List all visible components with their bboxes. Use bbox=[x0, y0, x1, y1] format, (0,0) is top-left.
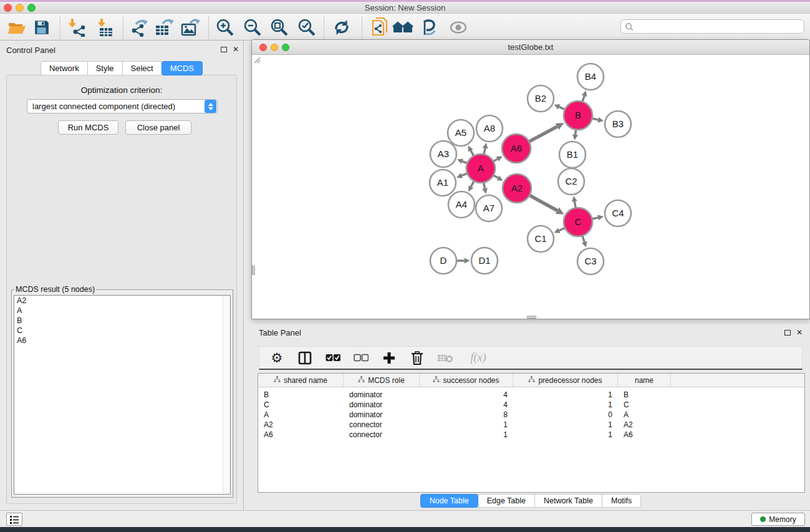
clone-network-button[interactable] bbox=[369, 17, 390, 38]
result-item-c[interactable]: C bbox=[14, 326, 230, 336]
export-network-button[interactable] bbox=[128, 17, 150, 38]
function-builder-button[interactable]: f(x) bbox=[465, 349, 492, 367]
result-item-a[interactable]: A bbox=[14, 306, 230, 316]
delete-row-button[interactable] bbox=[408, 349, 426, 367]
graph-node-label: A7 bbox=[483, 203, 494, 213]
export-network-icon bbox=[130, 18, 148, 37]
criterion-dropdown[interactable]: largest connected component (directed) bbox=[27, 99, 218, 114]
memory-button[interactable]: Memory bbox=[751, 513, 805, 526]
task-history-button[interactable] bbox=[6, 513, 22, 526]
tab-mcds[interactable]: MCDS bbox=[162, 61, 203, 75]
column-header-predecessor-nodes[interactable]: predecessor nodes bbox=[513, 374, 618, 387]
graph-node-label: C bbox=[575, 216, 582, 227]
refresh-button[interactable] bbox=[331, 17, 352, 38]
home-button[interactable] bbox=[392, 17, 413, 38]
column-header-shared-name[interactable]: shared name bbox=[258, 374, 344, 387]
horizontal-scroll-nub[interactable] bbox=[527, 316, 536, 319]
export-table-icon bbox=[154, 18, 174, 37]
network-title: testGlobe.txt bbox=[252, 42, 809, 52]
table-cell: dominator bbox=[344, 390, 420, 399]
result-list-scrollbar[interactable] bbox=[223, 296, 230, 494]
mcds-result-list[interactable]: A2ABCA6 bbox=[14, 295, 231, 495]
table-cell: 8 bbox=[420, 410, 513, 419]
close-panel-button[interactable]: Close panel bbox=[125, 120, 191, 135]
graph-node-label: C3 bbox=[584, 256, 596, 266]
open-session-button[interactable] bbox=[6, 17, 27, 38]
delete-table-button[interactable] bbox=[436, 349, 454, 367]
import-network-button[interactable] bbox=[66, 17, 87, 38]
zoom-selected-icon bbox=[297, 18, 316, 37]
import-network-icon bbox=[67, 18, 86, 37]
table-cell: B bbox=[618, 390, 671, 399]
checked-boxes-icon bbox=[325, 354, 340, 362]
tab-select[interactable]: Select bbox=[122, 61, 162, 75]
table-row[interactable]: A6connector11A6 bbox=[258, 430, 804, 440]
tab-edge-table[interactable]: Edge Table bbox=[478, 494, 535, 508]
toolbar-separator bbox=[60, 16, 60, 39]
table-row[interactable]: A2connector11A2 bbox=[258, 420, 804, 430]
result-item-a6[interactable]: A6 bbox=[14, 336, 230, 346]
eye-icon bbox=[449, 21, 468, 34]
table-row[interactable]: Adominator80A bbox=[258, 410, 804, 420]
result-item-a2[interactable]: A2 bbox=[14, 296, 230, 306]
run-mcds-button[interactable]: Run MCDS bbox=[58, 120, 118, 135]
table-panel-title: Table Panel bbox=[259, 328, 301, 337]
zoom-in-icon bbox=[216, 18, 234, 37]
result-item-b[interactable]: B bbox=[14, 316, 230, 326]
graph-node-label: B3 bbox=[612, 118, 624, 129]
table-cell: dominator bbox=[344, 400, 420, 409]
search-input[interactable] bbox=[634, 22, 804, 31]
table-settings-button[interactable]: ⚙ bbox=[268, 349, 286, 367]
float-panel-icon[interactable] bbox=[784, 330, 791, 336]
search-field[interactable] bbox=[620, 19, 804, 34]
table-row[interactable]: Bdominator41B bbox=[258, 390, 804, 400]
select-all-button[interactable] bbox=[324, 349, 342, 367]
graph-node-label: A8 bbox=[484, 123, 495, 133]
show-hide-button[interactable] bbox=[448, 17, 469, 38]
resize-grip-icon[interactable] bbox=[252, 55, 261, 64]
control-panel: Control Panel ✕ NetworkStyleSelectMCDS O… bbox=[0, 41, 244, 510]
home-icon bbox=[392, 19, 413, 36]
toolbar-separator bbox=[324, 16, 324, 39]
zoom-fit-icon bbox=[270, 18, 289, 37]
help-button[interactable] bbox=[419, 17, 440, 38]
table-cell: 1 bbox=[513, 420, 618, 429]
zoom-in-button[interactable] bbox=[215, 17, 236, 38]
vertical-scroll-nub[interactable] bbox=[252, 266, 255, 275]
tab-node-table[interactable]: Node Table bbox=[420, 494, 478, 508]
zoom-fit-button[interactable] bbox=[269, 17, 290, 38]
trash-icon bbox=[411, 351, 423, 365]
column-layout-button[interactable] bbox=[296, 349, 314, 367]
column-header-name[interactable]: name bbox=[618, 374, 671, 387]
add-row-button[interactable] bbox=[380, 349, 398, 367]
graph-node-label: A4 bbox=[456, 199, 467, 210]
close-panel-icon[interactable]: ✕ bbox=[796, 329, 803, 336]
export-table-button[interactable] bbox=[153, 17, 175, 38]
column-header-mcds-role[interactable]: MCDS role bbox=[344, 374, 420, 387]
graph-node-label: B4 bbox=[585, 71, 596, 82]
network-canvas[interactable]: B4B2BB3A5A8A6B1A3AC2A1A2A4A7C4CC1C3DD1 bbox=[252, 55, 809, 319]
save-session-button[interactable] bbox=[31, 17, 52, 38]
tab-network-table[interactable]: Network Table bbox=[534, 494, 602, 508]
toolbar-separator bbox=[362, 16, 362, 39]
zoom-out-icon bbox=[243, 18, 262, 37]
import-table-button[interactable] bbox=[94, 17, 115, 38]
desktop-background: Session: New Session bbox=[0, 0, 810, 532]
column-header-successor-nodes[interactable]: successor nodes bbox=[420, 374, 513, 387]
unchecked-boxes-icon bbox=[354, 354, 369, 362]
column-label: MCDS role bbox=[368, 376, 405, 385]
close-panel-icon[interactable]: ✕ bbox=[233, 46, 239, 52]
graph-node-label: C4 bbox=[612, 208, 624, 218]
zoom-selected-button[interactable] bbox=[296, 17, 317, 38]
table-row[interactable]: Cdominator41C bbox=[258, 400, 804, 410]
table-cell: B bbox=[258, 390, 344, 399]
export-image-button[interactable] bbox=[180, 17, 201, 38]
deselect-all-button[interactable] bbox=[352, 349, 370, 367]
tab-style[interactable]: Style bbox=[87, 61, 123, 75]
zoom-out-button[interactable] bbox=[242, 17, 263, 38]
tab-motifs[interactable]: Motifs bbox=[602, 494, 641, 508]
main-titlebar: Session: New Session bbox=[0, 2, 810, 14]
float-panel-icon[interactable] bbox=[221, 47, 227, 52]
edge-arrowhead bbox=[582, 90, 587, 97]
tab-network[interactable]: Network bbox=[41, 61, 88, 75]
